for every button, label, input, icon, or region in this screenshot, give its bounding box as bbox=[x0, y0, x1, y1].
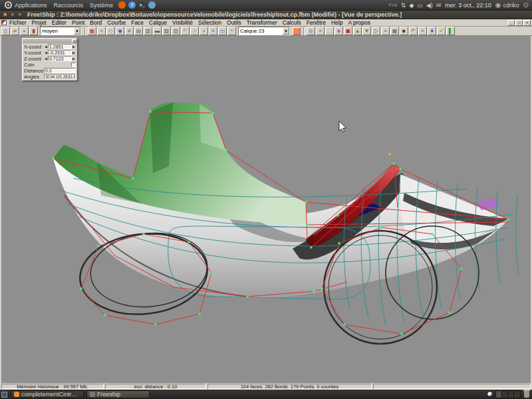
menu-point[interactable]: Point bbox=[72, 19, 84, 26]
maximize-window-button[interactable] bbox=[17, 12, 23, 17]
shade-surface-icon[interactable]: ◆ bbox=[116, 27, 124, 35]
waterlines-icon[interactable]: ▬ bbox=[153, 27, 162, 35]
window-list-icon[interactable] bbox=[1, 392, 7, 398]
menu-a-propos[interactable]: A propos bbox=[348, 19, 370, 26]
taskbar-window-freeship[interactable]: Freeship bbox=[86, 390, 150, 398]
x-increment-button[interactable]: ▶ bbox=[72, 45, 76, 49]
grid-icon[interactable]: # bbox=[125, 27, 134, 35]
layer-color-swatch[interactable] bbox=[293, 27, 301, 35]
menu-transformer[interactable]: Transformer bbox=[247, 19, 277, 26]
normals-icon[interactable]: ≡ bbox=[209, 27, 217, 35]
corner-checkbox[interactable] bbox=[71, 63, 76, 67]
coordinate-panel-titlebar[interactable]: × bbox=[23, 39, 77, 43]
save-file-icon[interactable]: ▪ bbox=[20, 27, 29, 35]
bluetooth-icon[interactable]: ◆ bbox=[409, 2, 414, 9]
solid-icon[interactable]: ■ bbox=[400, 27, 408, 35]
chevron-down-icon[interactable]: ▾ bbox=[74, 27, 80, 35]
menu-bord[interactable]: Bord bbox=[90, 19, 102, 26]
features-icon[interactable]: ▧ bbox=[172, 27, 180, 35]
layer-combo[interactable]: Calque 23▾ bbox=[238, 27, 290, 35]
workspace-3[interactable] bbox=[508, 391, 514, 398]
minimize-window-button[interactable] bbox=[10, 12, 15, 17]
mail-icon[interactable]: ✉ bbox=[436, 2, 442, 9]
menu-help[interactable]: Help bbox=[331, 19, 342, 26]
perspective-viewport[interactable]: × X-coord ◀ 1.2851 ▶ Y-coord ◀ -0.2931 ▶… bbox=[0, 36, 532, 383]
diagonals-icon[interactable]: ▨ bbox=[162, 27, 171, 35]
markers-icon[interactable]: / bbox=[190, 27, 199, 35]
monitor-icon[interactable]: ▭ bbox=[218, 27, 227, 35]
freeship-tray-icon[interactable] bbox=[487, 391, 493, 398]
clock[interactable]: mer. 3 oct., 22:10 bbox=[445, 2, 491, 9]
y-coord-field[interactable]: -0.2931 bbox=[48, 50, 72, 55]
anchor-point-icon[interactable]: ◈ bbox=[334, 27, 343, 35]
menu-courbe[interactable]: Courbe bbox=[107, 19, 126, 26]
distance-field[interactable]: 0.0 bbox=[44, 68, 76, 73]
chevron-down-icon[interactable]: ▾ bbox=[283, 27, 289, 35]
menu-fichier[interactable]: Fichier bbox=[9, 19, 27, 26]
menu-face[interactable]: Face bbox=[131, 19, 144, 26]
interior-edges-icon[interactable]: ◇ bbox=[106, 27, 115, 35]
project-grid-icon[interactable]: ▦ bbox=[390, 27, 399, 35]
panel-menu-syst-me[interactable]: Système bbox=[90, 2, 113, 9]
workspace-1[interactable] bbox=[496, 391, 502, 398]
menu-editer[interactable]: Editer bbox=[52, 19, 66, 26]
menu-visibilit[interactable]: Visibilité bbox=[172, 19, 193, 26]
flowlines-icon[interactable]: ↶ bbox=[181, 27, 190, 35]
z-increment-button[interactable]: ▶ bbox=[72, 57, 76, 61]
reset-view-icon[interactable]: * bbox=[227, 27, 236, 35]
open-file-icon[interactable]: ▰ bbox=[11, 27, 19, 35]
y-increment-button[interactable]: ▶ bbox=[72, 51, 76, 55]
workspace-2[interactable] bbox=[502, 391, 508, 398]
user-menu[interactable]: ◉ cdriko bbox=[495, 1, 519, 9]
x-coord-field[interactable]: 1.2851 bbox=[48, 44, 72, 49]
spline-icon[interactable]: ≈ bbox=[418, 27, 427, 35]
trash-icon[interactable] bbox=[524, 391, 529, 398]
align-up-icon[interactable]: ▲ bbox=[353, 27, 362, 35]
menu-fen-tre[interactable]: Fenêtre bbox=[307, 19, 326, 26]
menu-calculs[interactable]: Calculs bbox=[283, 19, 301, 26]
z-coord-field[interactable]: 0.7123 bbox=[48, 56, 72, 61]
mdi-minimize-button[interactable]: _ bbox=[507, 20, 515, 26]
check-icon[interactable]: ✓ bbox=[437, 27, 446, 35]
undo-icon[interactable]: ↶ bbox=[409, 27, 418, 35]
display-icon[interactable]: ▭ bbox=[417, 2, 423, 9]
network-icon[interactable]: ⇅ bbox=[401, 2, 406, 9]
buttocks-icon[interactable]: ▥ bbox=[144, 27, 152, 35]
menu-projet[interactable]: Projet bbox=[32, 19, 47, 26]
curvature-icon[interactable]: × bbox=[200, 27, 208, 35]
menu-outils[interactable]: Outils bbox=[227, 19, 241, 26]
app-launcher-icon[interactable] bbox=[148, 1, 156, 9]
workspace-4[interactable] bbox=[514, 391, 520, 398]
keyboard-layout-indicator[interactable]: Fra bbox=[389, 2, 397, 8]
mdi-close-button[interactable]: × bbox=[523, 20, 531, 26]
highlight-icon[interactable]: ★ bbox=[428, 27, 436, 35]
options-icon[interactable]: … bbox=[325, 27, 334, 35]
close-window-button[interactable] bbox=[3, 12, 8, 17]
window-titlebar[interactable]: Free!Ship : Z:\home\cdriko\Dropbox\Boita… bbox=[0, 11, 532, 19]
control-net-icon[interactable]: ▦ bbox=[88, 27, 96, 35]
precision-combo[interactable]: moyen▾ bbox=[40, 27, 81, 35]
menu-calque[interactable]: Calque bbox=[149, 19, 167, 26]
new-file-icon[interactable]: ▯ bbox=[1, 27, 10, 35]
add-point-icon[interactable]: + bbox=[316, 27, 325, 35]
edit-mode-icon[interactable]: ▷ bbox=[372, 27, 380, 35]
firefox-launcher-icon[interactable] bbox=[118, 1, 126, 9]
help-launcher-icon[interactable]: ? bbox=[128, 1, 136, 9]
layer-properties-icon[interactable]: ◎ bbox=[307, 27, 315, 35]
insert-plane-icon[interactable]: + bbox=[381, 27, 390, 35]
lock-point-icon[interactable]: ▣ bbox=[344, 27, 352, 35]
panel-menu-applications[interactable]: Applications bbox=[15, 2, 47, 9]
taskbar-window-completementcintre[interactable]: completementCintre - ... bbox=[11, 390, 84, 398]
power-icon[interactable]: ⊙ bbox=[523, 1, 529, 9]
distro-logo-icon[interactable] bbox=[5, 1, 12, 9]
angles-field[interactable]: 30.94,101.28,61.6° bbox=[44, 74, 76, 79]
volume-icon[interactable]: ◀) bbox=[426, 2, 433, 9]
terminal-launcher-icon[interactable]: >_ bbox=[138, 1, 146, 9]
panel-menu-raccourcis[interactable]: Raccourcis bbox=[54, 2, 84, 9]
mdi-restore-button[interactable]: □ bbox=[515, 20, 523, 26]
control-curves-icon[interactable]: ≈ bbox=[97, 27, 106, 35]
align-down-icon[interactable]: ▼ bbox=[362, 27, 371, 35]
status-light-icon[interactable]: ▌ bbox=[446, 27, 455, 35]
stations-icon[interactable]: ▤ bbox=[134, 27, 143, 35]
export-icon[interactable]: ▮ bbox=[29, 27, 38, 35]
